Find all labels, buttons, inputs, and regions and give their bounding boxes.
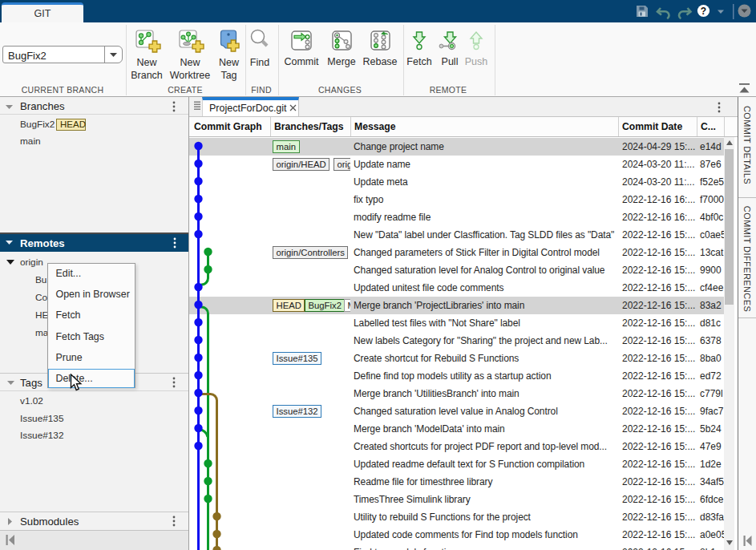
svg-text:?: ?: [701, 6, 706, 17]
